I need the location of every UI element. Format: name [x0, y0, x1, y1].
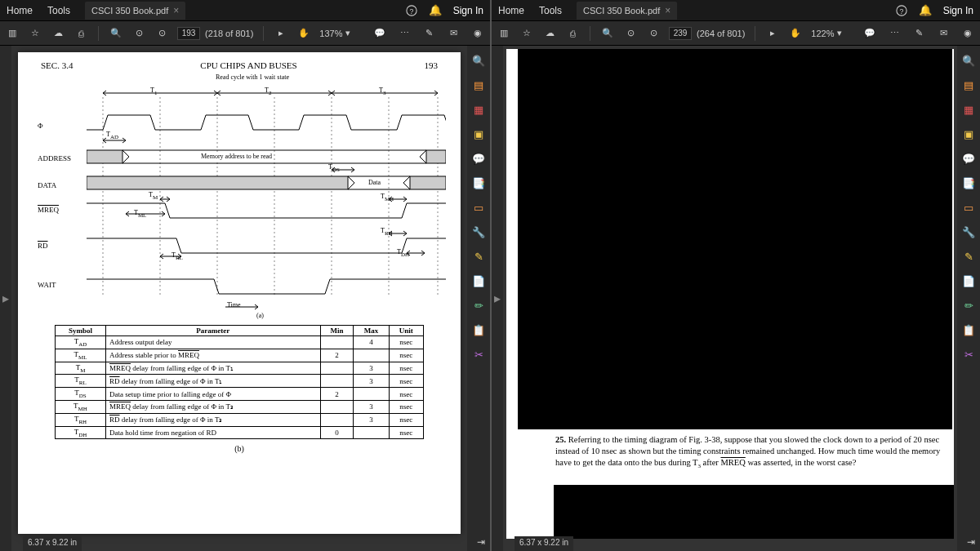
sign-icon[interactable]: ✎ — [421, 26, 436, 41]
rail-tool-icon[interactable]: ▤ — [472, 78, 485, 91]
search-icon[interactable]: 🔍 — [109, 26, 123, 41]
cloud-icon[interactable]: ☁ — [542, 26, 557, 41]
rail-tool-icon[interactable]: ✏ — [962, 299, 975, 312]
comment-icon[interactable]: 💬 — [372, 26, 387, 41]
mail-icon[interactable]: ✉ — [936, 26, 951, 41]
rail-tool-icon[interactable]: ✏ — [472, 299, 485, 312]
page-total: (218 of 801) — [205, 29, 253, 38]
right-pane: Home Tools CSCI 350 Book.pdf × ? 🔔 Sign … — [490, 0, 980, 551]
rail-tool-icon[interactable]: ✂ — [962, 348, 975, 361]
page-up-icon[interactable]: ⊙ — [623, 26, 638, 41]
page-up-icon[interactable]: ⊙ — [131, 26, 146, 41]
rail-tool-icon[interactable]: 🔍 — [962, 54, 975, 67]
svg-text:?: ? — [409, 7, 413, 15]
print-icon[interactable]: ⎙ — [565, 26, 580, 41]
bell-icon[interactable]: 🔔 — [429, 4, 442, 16]
star-icon[interactable]: ☆ — [519, 26, 534, 41]
print-icon[interactable]: ⎙ — [74, 26, 88, 41]
rail-tool-icon[interactable]: 🔍 — [472, 54, 485, 67]
rail-tool-icon[interactable]: 📑 — [472, 176, 485, 189]
param-table: Symbol Parameter Min Max Unit TADAddress… — [55, 325, 424, 439]
rail-tool-icon[interactable]: 💬 — [962, 152, 975, 165]
search-icon[interactable]: 🔍 — [600, 26, 615, 41]
rail-tool-icon[interactable]: 🔧 — [472, 225, 485, 238]
comment-icon[interactable]: 💬 — [862, 26, 877, 41]
zoom-control[interactable]: 137% ▾ — [319, 28, 350, 38]
rail-left[interactable]: ▸ — [0, 46, 11, 551]
page-counter: (264 of 801) — [669, 27, 745, 40]
rail-tool-icon[interactable]: ▦ — [472, 103, 485, 116]
rail-tool-icon[interactable]: ▣ — [962, 127, 975, 140]
rail-tool-icon[interactable]: ✂ — [472, 348, 485, 361]
page-number: 193 — [424, 60, 438, 70]
page-input[interactable] — [669, 27, 692, 40]
rail-tool-icon[interactable]: 📑 — [962, 176, 975, 189]
chevron-down-icon[interactable]: ▾ — [837, 28, 842, 38]
rail-left[interactable]: ▸ — [492, 46, 503, 551]
rail-tool-icon[interactable]: ▤ — [962, 78, 975, 91]
close-tab-icon[interactable]: × — [665, 5, 670, 16]
hand-tool-icon[interactable]: ✋ — [788, 26, 803, 41]
rail-tool-icon[interactable]: 💬 — [472, 152, 485, 165]
tad-lbl: TAD — [106, 131, 118, 140]
tools-tab[interactable]: Tools — [539, 5, 562, 16]
rail-tool-icon[interactable]: 📋 — [472, 323, 485, 336]
expand-icon[interactable]: ⇥ — [967, 536, 975, 548]
mail-icon[interactable]: ✉ — [446, 26, 461, 41]
star-icon[interactable]: ☆ — [28, 26, 42, 41]
assistant-icon[interactable]: ◉ — [470, 26, 485, 41]
svg-rect-15 — [410, 176, 446, 189]
rail-tool-icon[interactable]: ▣ — [472, 127, 485, 140]
rail-tool-icon[interactable]: 🔧 — [962, 225, 975, 238]
sig-mreq: MREQ — [38, 206, 59, 214]
sig-phi: Φ — [38, 122, 43, 130]
assistant-icon[interactable]: ◉ — [960, 26, 975, 41]
sign-in-link[interactable]: Sign In — [943, 5, 973, 16]
rail-tool-icon[interactable]: ▦ — [962, 103, 975, 116]
file-tab-label: CSCI 350 Book.pdf — [91, 6, 168, 16]
rail-tool-icon[interactable]: ✎ — [962, 250, 975, 263]
close-tab-icon[interactable]: × — [173, 5, 179, 16]
sign-icon[interactable]: ✎ — [911, 26, 926, 41]
viewport: ▸ 25. Referring to the timing diagram of… — [492, 46, 980, 551]
file-tab[interactable]: CSCI 350 Book.pdf × — [577, 2, 677, 20]
chevron-down-icon[interactable]: ▾ — [345, 28, 350, 38]
bell-icon[interactable]: 🔔 — [919, 4, 932, 16]
select-tool-icon[interactable]: ▸ — [274, 26, 288, 41]
tools-tab[interactable]: Tools — [47, 5, 70, 16]
expand-icon[interactable]: ⇥ — [477, 536, 485, 548]
help-icon[interactable]: ? — [896, 5, 907, 16]
doc-area[interactable]: 25. Referring to the timing diagram of F… — [503, 46, 957, 551]
sig-address: ADDRESS — [38, 154, 71, 162]
cloud-icon[interactable]: ☁ — [51, 26, 65, 41]
more-icon[interactable]: ⋯ — [887, 26, 902, 41]
zoom-control[interactable]: 122% ▾ — [811, 28, 842, 38]
th-max: Max — [354, 326, 389, 336]
file-tab[interactable]: CSCI 350 Book.pdf × — [85, 2, 185, 20]
tdh-lbl: TDH — [397, 248, 409, 258]
rail-tool-icon[interactable]: 📄 — [472, 274, 485, 287]
page-down-icon[interactable]: ⊙ — [154, 26, 169, 41]
q25-num: 25. — [555, 435, 566, 444]
rail-right: 🔍▤▦▣💬📑▭🔧✎📄✏📋✂ — [467, 46, 490, 551]
page-input[interactable] — [177, 27, 200, 40]
rail-tool-icon[interactable]: 📋 — [962, 323, 975, 336]
hand-tool-icon[interactable]: ✋ — [296, 26, 311, 41]
sign-in-link[interactable]: Sign In — [453, 5, 483, 16]
home-tab[interactable]: Home — [498, 5, 524, 16]
page-down-icon[interactable]: ⊙ — [646, 26, 661, 41]
diagram-title: Read cycle with 1 wait state — [212, 73, 292, 81]
sidebar-toggle-icon[interactable]: ▥ — [497, 26, 511, 41]
help-icon[interactable]: ? — [406, 5, 417, 16]
rail-tool-icon[interactable]: ▭ — [472, 201, 485, 214]
doc-area[interactable]: SEC. 3.4 CPU CHIPS AND BUSES 193 Φ ADDRE… — [11, 46, 467, 551]
t1-label: T1 — [150, 87, 157, 96]
sidebar-toggle-icon[interactable]: ▥ — [5, 26, 20, 41]
rail-tool-icon[interactable]: ▭ — [962, 201, 975, 214]
rail-tool-icon[interactable]: 📄 — [962, 274, 975, 287]
home-tab[interactable]: Home — [7, 5, 33, 16]
sub-a: (a) — [256, 312, 264, 319]
select-tool-icon[interactable]: ▸ — [765, 26, 780, 41]
more-icon[interactable]: ⋯ — [397, 26, 412, 41]
rail-tool-icon[interactable]: ✎ — [472, 250, 485, 263]
